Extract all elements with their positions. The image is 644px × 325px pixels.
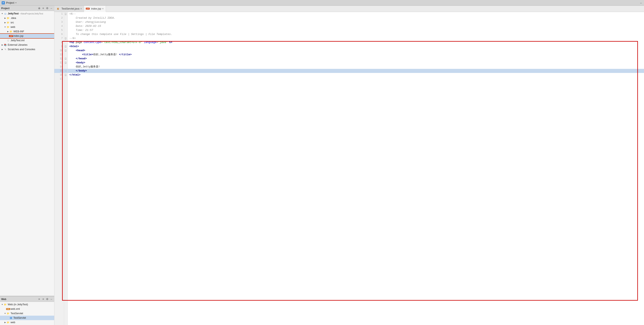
code-area[interactable]: <%-- Created by IntelliJ IDEA. User: zhe… bbox=[68, 12, 644, 325]
gutter-10[interactable]: – bbox=[64, 49, 68, 53]
code-line-9: <html> bbox=[68, 45, 644, 49]
code-content-6: To change this template use File | Setti… bbox=[70, 32, 172, 36]
line-numbers: 1 2 3 4 5 6 7 8 9 10 11 12 13 14 15 16 1… bbox=[54, 12, 64, 325]
code-content-8a: <%@ bbox=[70, 41, 74, 45]
folder-icon: 📁 bbox=[9, 30, 12, 33]
fold-16[interactable]: – bbox=[65, 74, 66, 76]
locate-icon[interactable]: ⊕ bbox=[38, 7, 41, 10]
line-num-2: 2 bbox=[54, 16, 64, 20]
gutter-7[interactable]: – bbox=[64, 36, 68, 41]
code-line-15: </body> bbox=[68, 69, 644, 73]
tree-item-src[interactable]: ▶ 📁 src bbox=[0, 20, 54, 25]
minimize-panel-button[interactable]: – bbox=[50, 7, 53, 10]
code-content-8d: = bbox=[101, 41, 103, 45]
code-content-17 bbox=[70, 77, 71, 81]
line-num-17: 17 bbox=[54, 77, 64, 81]
fold-13[interactable]: – bbox=[65, 62, 66, 64]
code-content-8e: "text/html;charset=UTF-8" bbox=[103, 41, 142, 45]
line-num-9: 9 bbox=[54, 45, 64, 49]
code-content-8i: "java" bbox=[158, 41, 168, 45]
tree-item-testservlet[interactable]: C TestServlet bbox=[0, 316, 54, 320]
settings-icon[interactable]: ⚙ bbox=[46, 7, 49, 10]
tree-item-webinf[interactable]: ▶ 📁 WEB-INF bbox=[0, 29, 54, 34]
gutter-12[interactable]: – bbox=[64, 57, 68, 61]
tree-item-webroot[interactable]: ▼ 📁 Web (in JettyTest) bbox=[0, 302, 54, 307]
folder-icon: 📁 bbox=[6, 312, 10, 315]
tree-item-idea[interactable]: ▶ 📁 .idea bbox=[0, 16, 54, 20]
fold-9[interactable]: – bbox=[65, 46, 66, 48]
code-content-8j: %> bbox=[168, 41, 172, 45]
settings-web-icon[interactable]: ⚙ bbox=[46, 297, 49, 301]
fold-7[interactable]: – bbox=[65, 37, 66, 40]
code-content-4: Date: 2020-02-15 bbox=[70, 24, 101, 28]
gutter-11 bbox=[64, 53, 68, 57]
project-folder-icon: 🗂 bbox=[4, 12, 7, 15]
gutter-13[interactable]: – bbox=[64, 61, 68, 65]
project-panel-header: Project ⊕ ≡ ⚙ – bbox=[0, 6, 54, 11]
code-line-5: Time: 21:57 bbox=[68, 28, 644, 32]
tab-indexjsp[interactable]: JSP index.jsp × bbox=[84, 6, 106, 12]
line-num-10: 10 bbox=[54, 49, 64, 53]
tree-arrow: ▼ bbox=[1, 13, 4, 15]
tree-item-web[interactable]: ▼ 📁 web bbox=[0, 25, 54, 29]
code-content-13a bbox=[70, 61, 76, 65]
tab-close-testservlet[interactable]: × bbox=[80, 8, 82, 10]
project-panel-icons: ⊕ ≡ ⚙ – bbox=[38, 7, 53, 10]
tab-close-indexjsp[interactable]: × bbox=[102, 8, 104, 10]
tab-testservlet-label: TestServlet.java bbox=[62, 7, 79, 10]
folder-icon: 📁 bbox=[6, 321, 10, 324]
collapse-web-icon[interactable]: ≡ bbox=[42, 297, 45, 301]
tree-arrow: ▶ bbox=[1, 44, 4, 46]
gutter-17 bbox=[64, 77, 68, 81]
tree-item-extlibs[interactable]: ▶ 📚 External Libraries bbox=[0, 43, 54, 47]
title-bar: P Project ▾ – bbox=[0, 0, 644, 6]
code-line-17 bbox=[68, 77, 644, 81]
tree-item-scratches[interactable]: ▶ ✎ Scratches and Consoles bbox=[0, 47, 54, 52]
code-line-6: To change this template use File | Setti… bbox=[68, 32, 644, 36]
line-num-14: 14 bbox=[54, 65, 64, 69]
tab-jsp-icon: JSP bbox=[86, 7, 89, 10]
folder-icon: 📁 bbox=[6, 25, 10, 29]
code-content-11d: </title> bbox=[119, 53, 132, 57]
minimize-button[interactable]: – bbox=[640, 2, 642, 4]
tree-arrow: ▶ bbox=[4, 17, 6, 19]
code-content-13b: <body> bbox=[76, 61, 85, 65]
xml-icon: XML bbox=[6, 307, 10, 310]
gutter-indicator-15: ◻ bbox=[65, 69, 66, 73]
code-line-14: 你好,Jetty服务器! bbox=[68, 65, 644, 69]
tree-item-jettytest[interactable]: ▼ 🗂 JettyTest ~/IdeaProjects/JettyTest bbox=[0, 11, 54, 16]
tree-label-idea: .idea bbox=[10, 17, 16, 20]
java-class-icon: C bbox=[9, 316, 12, 319]
code-line-2: Created by IntelliJ IDEA. bbox=[68, 16, 644, 20]
sort-icon[interactable]: ≡ bbox=[38, 297, 41, 301]
code-line-3: User: zhengjiaxiang bbox=[68, 20, 644, 24]
gutter-9[interactable]: – bbox=[64, 45, 68, 49]
code-content-8b: page bbox=[74, 41, 84, 45]
gutter-1[interactable]: – bbox=[64, 12, 68, 16]
title-bar-actions: – bbox=[640, 2, 642, 4]
tree-item-iml[interactable]: ⬡ JettyTest.iml bbox=[0, 38, 54, 43]
tree-label-testservlet-folder: TestServlet bbox=[10, 312, 23, 315]
collapse-icon[interactable]: ≡ bbox=[42, 7, 45, 10]
tree-item-webfolder[interactable]: ▶ 📁 web bbox=[0, 320, 54, 324]
tab-testservlet[interactable]: J TestServlet.java × bbox=[54, 6, 84, 12]
folder-icon: 📁 bbox=[6, 21, 10, 24]
tree-label-webinf: WEB-INF bbox=[14, 30, 24, 33]
code-content-12b: </head> bbox=[76, 57, 87, 61]
minimize-web-button[interactable]: – bbox=[50, 297, 53, 301]
gutter-16[interactable]: – bbox=[64, 73, 68, 77]
tree-label-jettytest: JettyTest ~/IdeaProjects/JettyTest bbox=[8, 12, 43, 15]
tree-item-indexjsp[interactable]: JSP index.jsp bbox=[0, 34, 54, 38]
code-line-13: <body> bbox=[68, 61, 644, 65]
tree-item-webxml[interactable]: XML web.xml bbox=[0, 307, 54, 311]
gutter-15[interactable]: ◻ bbox=[64, 69, 68, 73]
tree-item-testservlet-folder[interactable]: ▼ 📁 TestServlet bbox=[0, 311, 54, 316]
code-content-10a bbox=[70, 49, 76, 53]
fold-10[interactable]: – bbox=[65, 50, 66, 52]
gutter-4 bbox=[64, 24, 68, 28]
fold-12[interactable]: – bbox=[65, 58, 66, 60]
tree-label-webfolder: web bbox=[10, 321, 15, 324]
code-content-11b: <title> bbox=[82, 53, 93, 57]
editor-content: 1 2 3 4 5 6 7 8 9 10 11 12 13 14 15 16 1… bbox=[54, 12, 644, 325]
fold-1[interactable]: – bbox=[65, 13, 66, 15]
